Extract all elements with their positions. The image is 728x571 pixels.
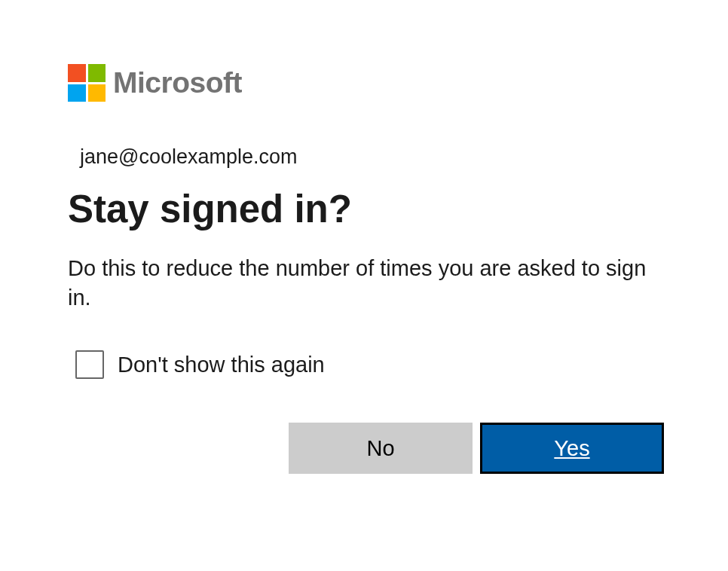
dont-show-again-row[interactable]: Don't show this again [75,350,660,379]
brand-header: Microsoft [68,64,660,102]
dialog-heading: Stay signed in? [68,187,660,231]
brand-name: Microsoft [113,66,242,99]
user-identity: jane@coolexample.com [80,145,660,169]
no-button[interactable]: No [289,423,473,474]
dialog-button-row: No Yes [68,423,664,474]
dont-show-again-checkbox[interactable] [75,350,104,379]
yes-button[interactable]: Yes [480,423,664,474]
dialog-description: Do this to reduce the number of times yo… [68,254,656,313]
dont-show-again-label[interactable]: Don't show this again [118,353,325,377]
microsoft-logo-icon [68,64,106,102]
